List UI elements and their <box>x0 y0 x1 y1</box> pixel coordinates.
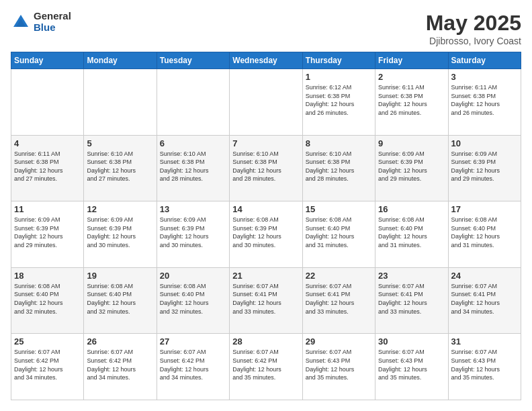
calendar-cell: 3Sunrise: 6:11 AM Sunset: 6:38 PM Daylig… <box>448 69 521 136</box>
day-number: 17 <box>451 204 518 214</box>
calendar-cell: 2Sunrise: 6:11 AM Sunset: 6:38 PM Daylig… <box>375 69 448 136</box>
day-number: 27 <box>160 336 226 347</box>
calendar-day-header: Friday <box>375 52 448 69</box>
day-info: Sunrise: 6:10 AM Sunset: 6:38 PM Dayligh… <box>160 150 226 183</box>
calendar-cell: 9Sunrise: 6:09 AM Sunset: 6:39 PM Daylig… <box>375 135 448 201</box>
day-info: Sunrise: 6:07 AM Sunset: 6:41 PM Dayligh… <box>232 282 299 316</box>
day-info: Sunrise: 6:07 AM Sunset: 6:42 PM Dayligh… <box>160 348 226 381</box>
day-info: Sunrise: 6:07 AM Sunset: 6:43 PM Dayligh… <box>378 348 445 381</box>
day-info: Sunrise: 6:12 AM Sunset: 6:38 PM Dayligh… <box>306 83 372 117</box>
day-info: Sunrise: 6:07 AM Sunset: 6:42 PM Dayligh… <box>14 348 81 381</box>
day-number: 25 <box>14 336 81 347</box>
day-number: 30 <box>378 336 445 347</box>
day-number: 12 <box>87 204 153 214</box>
calendar-cell <box>230 69 302 136</box>
calendar-cell: 31Sunrise: 6:07 AM Sunset: 6:43 PM Dayli… <box>448 334 521 400</box>
title-month: May 2025 <box>426 11 521 36</box>
calendar-day-header: Sunday <box>11 52 84 69</box>
day-info: Sunrise: 6:08 AM Sunset: 6:40 PM Dayligh… <box>14 282 81 316</box>
day-number: 24 <box>451 271 518 281</box>
calendar-day-header: Monday <box>84 52 157 69</box>
day-info: Sunrise: 6:08 AM Sunset: 6:40 PM Dayligh… <box>451 216 518 249</box>
day-number: 18 <box>14 271 81 281</box>
day-number: 22 <box>306 271 372 281</box>
day-number: 7 <box>232 138 299 148</box>
logo: General Blue <box>11 11 71 33</box>
logo-icon <box>11 12 31 32</box>
day-info: Sunrise: 6:10 AM Sunset: 6:38 PM Dayligh… <box>87 150 153 183</box>
day-number: 4 <box>14 138 81 148</box>
calendar-cell: 27Sunrise: 6:07 AM Sunset: 6:42 PM Dayli… <box>157 334 229 400</box>
calendar-cell: 30Sunrise: 6:07 AM Sunset: 6:43 PM Dayli… <box>375 334 448 400</box>
day-number: 1 <box>306 72 372 82</box>
logo-general: General <box>34 11 71 22</box>
calendar-cell: 16Sunrise: 6:08 AM Sunset: 6:40 PM Dayli… <box>375 201 448 268</box>
day-info: Sunrise: 6:07 AM Sunset: 6:41 PM Dayligh… <box>378 282 445 316</box>
day-info: Sunrise: 6:07 AM Sunset: 6:41 PM Dayligh… <box>306 282 372 316</box>
calendar-week-row: 1Sunrise: 6:12 AM Sunset: 6:38 PM Daylig… <box>11 69 521 136</box>
day-number: 26 <box>87 336 153 347</box>
calendar-cell: 29Sunrise: 6:07 AM Sunset: 6:43 PM Dayli… <box>302 334 375 400</box>
calendar-table: SundayMondayTuesdayWednesdayThursdayFrid… <box>11 52 521 400</box>
day-number: 8 <box>306 138 372 148</box>
calendar-header-row: SundayMondayTuesdayWednesdayThursdayFrid… <box>11 52 521 69</box>
day-info: Sunrise: 6:10 AM Sunset: 6:38 PM Dayligh… <box>232 150 299 183</box>
calendar-cell: 22Sunrise: 6:07 AM Sunset: 6:41 PM Dayli… <box>302 267 375 334</box>
day-info: Sunrise: 6:07 AM Sunset: 6:43 PM Dayligh… <box>451 348 518 381</box>
day-number: 11 <box>14 204 81 214</box>
calendar-day-header: Tuesday <box>157 52 229 69</box>
day-info: Sunrise: 6:07 AM Sunset: 6:42 PM Dayligh… <box>87 348 153 381</box>
calendar-cell: 11Sunrise: 6:09 AM Sunset: 6:39 PM Dayli… <box>11 201 84 268</box>
day-number: 2 <box>378 72 445 82</box>
title-location: Djibrosso, Ivory Coast <box>426 36 521 46</box>
logo-blue: Blue <box>34 22 71 34</box>
calendar-week-row: 11Sunrise: 6:09 AM Sunset: 6:39 PM Dayli… <box>11 201 521 268</box>
calendar-week-row: 18Sunrise: 6:08 AM Sunset: 6:40 PM Dayli… <box>11 267 521 334</box>
day-info: Sunrise: 6:07 AM Sunset: 6:43 PM Dayligh… <box>306 348 372 381</box>
calendar-cell: 24Sunrise: 6:07 AM Sunset: 6:41 PM Dayli… <box>448 267 521 334</box>
day-number: 10 <box>451 138 518 148</box>
day-number: 28 <box>232 336 299 347</box>
day-number: 20 <box>160 271 226 281</box>
day-info: Sunrise: 6:09 AM Sunset: 6:39 PM Dayligh… <box>87 216 153 249</box>
day-number: 16 <box>378 204 445 214</box>
calendar-cell: 19Sunrise: 6:08 AM Sunset: 6:40 PM Dayli… <box>84 267 157 334</box>
day-number: 5 <box>87 138 153 148</box>
logo-text: General Blue <box>34 11 71 33</box>
calendar-cell: 14Sunrise: 6:08 AM Sunset: 6:39 PM Dayli… <box>230 201 302 268</box>
calendar-cell: 15Sunrise: 6:08 AM Sunset: 6:40 PM Dayli… <box>302 201 375 268</box>
calendar-cell: 10Sunrise: 6:09 AM Sunset: 6:39 PM Dayli… <box>448 135 521 201</box>
day-number: 21 <box>232 271 299 281</box>
day-info: Sunrise: 6:09 AM Sunset: 6:39 PM Dayligh… <box>378 150 445 183</box>
day-number: 19 <box>87 271 153 281</box>
day-info: Sunrise: 6:07 AM Sunset: 6:42 PM Dayligh… <box>232 348 299 381</box>
day-info: Sunrise: 6:08 AM Sunset: 6:40 PM Dayligh… <box>306 216 372 249</box>
calendar-cell <box>11 69 84 136</box>
day-info: Sunrise: 6:11 AM Sunset: 6:38 PM Dayligh… <box>451 83 518 117</box>
calendar-cell: 4Sunrise: 6:11 AM Sunset: 6:38 PM Daylig… <box>11 135 84 201</box>
day-info: Sunrise: 6:08 AM Sunset: 6:39 PM Dayligh… <box>232 216 299 249</box>
day-info: Sunrise: 6:11 AM Sunset: 6:38 PM Dayligh… <box>378 83 445 117</box>
calendar-cell: 13Sunrise: 6:09 AM Sunset: 6:39 PM Dayli… <box>157 201 229 268</box>
calendar-week-row: 25Sunrise: 6:07 AM Sunset: 6:42 PM Dayli… <box>11 334 521 400</box>
calendar-cell: 26Sunrise: 6:07 AM Sunset: 6:42 PM Dayli… <box>84 334 157 400</box>
day-info: Sunrise: 6:09 AM Sunset: 6:39 PM Dayligh… <box>160 216 226 249</box>
day-number: 15 <box>306 204 372 214</box>
day-number: 6 <box>160 138 226 148</box>
calendar-cell <box>157 69 229 136</box>
day-number: 14 <box>232 204 299 214</box>
day-info: Sunrise: 6:09 AM Sunset: 6:39 PM Dayligh… <box>14 216 81 249</box>
day-number: 9 <box>378 138 445 148</box>
calendar-cell: 25Sunrise: 6:07 AM Sunset: 6:42 PM Dayli… <box>11 334 84 400</box>
title-block: May 2025 Djibrosso, Ivory Coast <box>426 11 521 46</box>
day-number: 29 <box>306 336 372 347</box>
day-number: 3 <box>451 72 518 82</box>
calendar-cell: 28Sunrise: 6:07 AM Sunset: 6:42 PM Dayli… <box>230 334 302 400</box>
calendar-cell: 12Sunrise: 6:09 AM Sunset: 6:39 PM Dayli… <box>84 201 157 268</box>
day-info: Sunrise: 6:11 AM Sunset: 6:38 PM Dayligh… <box>14 150 81 183</box>
page: General Blue May 2025 Djibrosso, Ivory C… <box>0 0 532 411</box>
calendar-cell: 23Sunrise: 6:07 AM Sunset: 6:41 PM Dayli… <box>375 267 448 334</box>
day-number: 31 <box>451 336 518 347</box>
day-info: Sunrise: 6:08 AM Sunset: 6:40 PM Dayligh… <box>87 282 153 316</box>
calendar-cell: 21Sunrise: 6:07 AM Sunset: 6:41 PM Dayli… <box>230 267 302 334</box>
